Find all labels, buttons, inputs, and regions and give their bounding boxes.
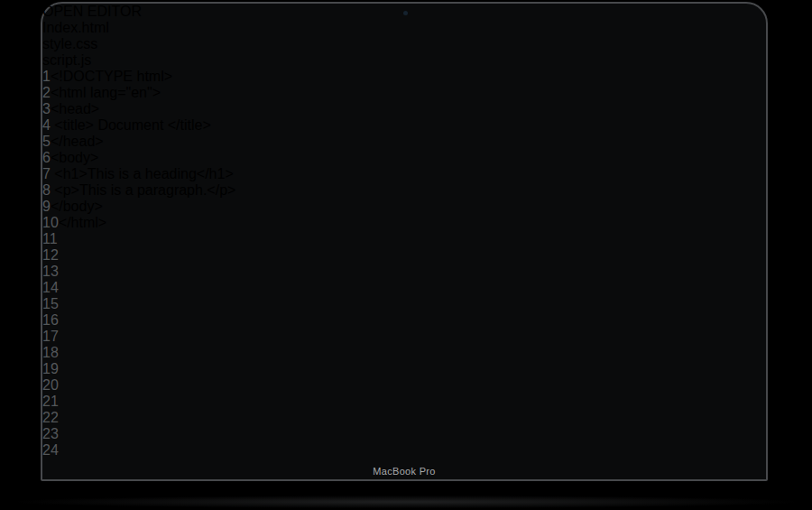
code-line-3[interactable]: 3<head> bbox=[42, 101, 766, 117]
line-number: 14 bbox=[42, 280, 59, 295]
code-line-5[interactable]: 5</head> bbox=[42, 134, 766, 150]
code-line-10[interactable]: 10</html> bbox=[42, 215, 766, 231]
line-number: 18 bbox=[42, 345, 59, 360]
code-line-4[interactable]: 4 <title> Document </title> bbox=[42, 117, 766, 134]
code-line-18[interactable]: 18 bbox=[42, 345, 766, 361]
line-number: 12 bbox=[42, 247, 59, 263]
code-line-8[interactable]: 8 <p>This is a paragraph.</p> bbox=[42, 182, 766, 199]
sidebar-item-style-css[interactable]: style.css bbox=[42, 36, 766, 52]
line-number: 10 bbox=[42, 215, 59, 230]
line-number: 19 bbox=[42, 361, 59, 376]
code-text: </head> bbox=[51, 134, 104, 149]
line-number: 3 bbox=[42, 101, 51, 116]
code-line-14[interactable]: 14 bbox=[42, 280, 766, 296]
sidebar-item-script-js[interactable]: script.js bbox=[42, 52, 766, 69]
code-area[interactable]: 1<!DOCTYPE html>2<html lang="en">3<head>… bbox=[42, 69, 766, 459]
code-line-22[interactable]: 22 bbox=[42, 410, 766, 426]
line-number: 20 bbox=[42, 377, 59, 393]
line-number: 23 bbox=[42, 426, 59, 441]
code-text: <!DOCTYPE html> bbox=[51, 69, 172, 84]
code-text: <html lang="en"> bbox=[51, 85, 161, 100]
sidebar-item-index-html[interactable]: Index.html bbox=[42, 20, 766, 36]
code-line-15[interactable]: 15 bbox=[42, 296, 766, 312]
code-text: </body> bbox=[51, 199, 103, 214]
code-line-13[interactable]: 13 bbox=[42, 264, 766, 280]
code-line-24[interactable]: 24 bbox=[42, 442, 766, 459]
code-text: <h1>This is a heading</h1> bbox=[51, 166, 234, 181]
line-number: 17 bbox=[42, 329, 59, 344]
line-number: 15 bbox=[42, 296, 59, 311]
line-number: 8 bbox=[42, 182, 51, 198]
code-line-16[interactable]: 16 bbox=[42, 312, 766, 329]
line-number: 4 bbox=[42, 117, 51, 133]
code-line-23[interactable]: 23 bbox=[42, 426, 766, 442]
code-text: <body> bbox=[51, 150, 98, 165]
code-text: <title> Document </title> bbox=[51, 117, 211, 133]
line-number: 7 bbox=[42, 166, 51, 181]
code-line-17[interactable]: 17 bbox=[42, 329, 766, 345]
window-body: OPEN EDITOR Index.htmlstyle.cssscript.js… bbox=[42, 4, 766, 459]
code-editor-window: OPEN EDITOR Index.htmlstyle.cssscript.js… bbox=[42, 4, 766, 459]
line-number: 13 bbox=[42, 264, 59, 279]
line-number: 6 bbox=[42, 150, 51, 165]
code-text: </html> bbox=[59, 215, 106, 230]
file-list: Index.htmlstyle.cssscript.js bbox=[42, 20, 766, 69]
line-number: 1 bbox=[42, 69, 51, 84]
code-line-9[interactable]: 9</body> bbox=[42, 199, 766, 215]
line-number: 22 bbox=[42, 410, 59, 425]
line-number: 16 bbox=[42, 312, 59, 328]
code-line-7[interactable]: 7 <h1>This is a heading</h1> bbox=[42, 166, 766, 182]
line-number: 2 bbox=[42, 85, 51, 100]
code-line-20[interactable]: 20 bbox=[42, 377, 766, 394]
code-line-19[interactable]: 19 bbox=[42, 361, 766, 377]
code-text: <p>This is a paragraph.</p> bbox=[51, 182, 235, 198]
webcam-icon bbox=[403, 11, 408, 15]
code-line-2[interactable]: 2<html lang="en"> bbox=[42, 85, 766, 101]
code-line-1[interactable]: 1<!DOCTYPE html> bbox=[42, 69, 766, 85]
code-line-11[interactable]: 11 bbox=[42, 231, 766, 247]
code-line-21[interactable]: 21 bbox=[42, 394, 766, 410]
code-line-6[interactable]: 6<body> bbox=[42, 150, 766, 166]
code-text: <head> bbox=[51, 101, 99, 116]
code-line-12[interactable]: 12 bbox=[42, 247, 766, 264]
line-number: 21 bbox=[42, 394, 59, 409]
line-number: 11 bbox=[42, 231, 58, 246]
line-number: 24 bbox=[42, 442, 59, 458]
line-number: 5 bbox=[42, 134, 51, 149]
macbook-pro-label: MacBook Pro bbox=[42, 466, 766, 477]
page-background: OPEN EDITOR Index.htmlstyle.cssscript.js… bbox=[0, 0, 812, 510]
macbook-screen-bezel: OPEN EDITOR Index.htmlstyle.cssscript.js… bbox=[41, 2, 768, 481]
macbook-base bbox=[0, 481, 812, 498]
line-number: 9 bbox=[42, 199, 51, 214]
